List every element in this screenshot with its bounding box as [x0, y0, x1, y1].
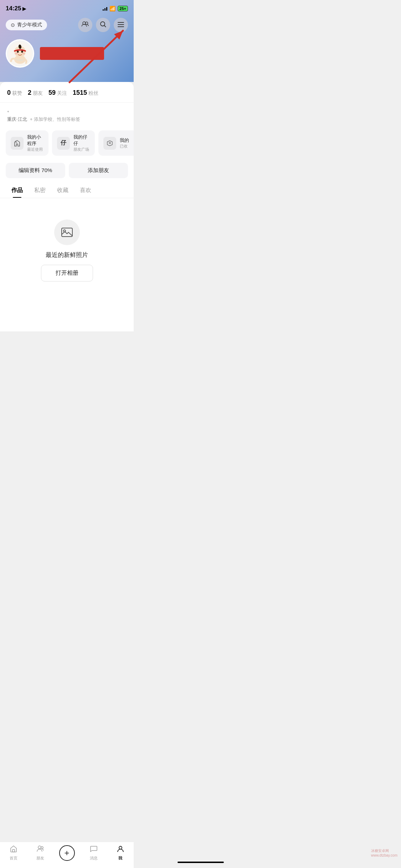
likes-count: 0: [7, 89, 11, 97]
status-right: 📶 25+: [103, 6, 128, 11]
action-buttons: 编辑资料 70% 添加朋友: [0, 159, 134, 182]
tab-favorites-label: 收藏: [57, 187, 68, 193]
profile-section: [0, 39, 134, 68]
mini-app-sub-0: 最近使用: [27, 147, 43, 152]
add-friend-button[interactable]: 添加朋友: [69, 163, 128, 178]
empty-title: 最近的新鲜照片: [46, 251, 88, 259]
mini-app-sub-1: 朋友广场: [73, 147, 90, 152]
top-navigation: ⊙ 青少年模式: [0, 18, 134, 32]
svg-rect-3: [118, 22, 124, 23]
mini-app-card-1[interactable]: 仔 我的仔仔 朋友广场: [52, 130, 95, 156]
mini-apps-row: 我的小程序 最近使用 仔 我的仔仔 朋友广场 我的 已收: [0, 127, 134, 159]
search-button[interactable]: [96, 18, 110, 32]
wifi-icon: 📶: [109, 6, 115, 11]
menu-button[interactable]: [114, 18, 128, 32]
stat-likes: 0 获赞: [7, 89, 22, 97]
friends-count: 2: [28, 89, 31, 97]
youth-mode-button[interactable]: ⊙ 青少年模式: [6, 20, 47, 30]
svg-point-14: [22, 53, 25, 55]
menu-icon: [118, 21, 124, 29]
svg-rect-5: [118, 26, 124, 27]
signal-bars: [103, 6, 107, 11]
mini-app-sub-2: 已收: [120, 144, 129, 149]
following-count: 59: [48, 89, 56, 97]
svg-rect-4: [118, 24, 124, 25]
friends-label: 朋友: [33, 90, 43, 97]
empty-icon-circle: [54, 219, 80, 245]
tab-works[interactable]: 作品: [6, 183, 29, 198]
open-album-button[interactable]: 打开相册: [41, 265, 93, 281]
mini-app-name-1: 我的仔仔: [73, 134, 90, 147]
friends-icon: [82, 21, 89, 29]
search-icon: [100, 21, 106, 29]
bio-text: 。: [7, 107, 127, 113]
mini-app-name-2: 我的: [120, 137, 129, 144]
fans-count: 1515: [73, 89, 87, 97]
avatar: [7, 40, 33, 67]
svg-rect-18: [62, 228, 72, 237]
avatar-container[interactable]: [6, 39, 34, 68]
photo-icon: [61, 226, 73, 239]
fans-label: 粉丝: [88, 90, 98, 97]
tab-favorites[interactable]: 收藏: [51, 183, 74, 198]
time-display: 14:25: [6, 5, 21, 12]
tab-likes-label: 喜欢: [80, 187, 91, 193]
svg-point-11: [21, 51, 23, 53]
svg-point-17: [109, 142, 110, 144]
stat-friends: 2 朋友: [28, 89, 43, 97]
location-tags: 重庆·江北 + 添加学校、性别等标签: [7, 116, 127, 123]
likes-label: 获赞: [12, 90, 22, 97]
edit-profile-button[interactable]: 编辑资料 70%: [6, 163, 65, 178]
username-area: [40, 47, 128, 60]
signal-bar-2: [104, 8, 106, 11]
mini-app-icon-2: [103, 137, 116, 150]
mini-app-card-2[interactable]: 我的 已收: [98, 130, 134, 156]
svg-point-2: [101, 22, 105, 26]
tab-likes[interactable]: 喜欢: [74, 183, 97, 198]
nav-right-icons: [78, 18, 128, 32]
following-label: 关注: [57, 90, 67, 97]
empty-state: 最近的新鲜照片 打开相册: [0, 198, 134, 303]
content-area: 0 获赞 2 朋友 59 关注 1515 粉丝 。 重庆·江北 + 添加学校、性…: [0, 82, 134, 331]
mini-app-name-0: 我的小程序: [27, 134, 43, 147]
mini-app-info-0: 我的小程序 最近使用: [27, 134, 43, 152]
signal-bar-1: [103, 9, 104, 11]
tab-private-label: 私密: [34, 187, 46, 193]
content-tabs: 作品 私密 收藏 喜欢: [0, 182, 134, 198]
username-redacted: [40, 47, 104, 60]
youth-mode-icon: ⊙: [11, 22, 15, 28]
youth-mode-label: 青少年模式: [17, 22, 42, 28]
location-icon: ▶: [22, 6, 26, 11]
mini-app-info-1: 我的仔仔 朋友广场: [73, 134, 90, 152]
stat-fans: 1515 粉丝: [73, 89, 98, 97]
tab-works-label: 作品: [11, 187, 23, 193]
svg-point-12: [10, 60, 12, 62]
tab-private[interactable]: 私密: [29, 183, 51, 198]
stats-row: 0 获赞 2 朋友 59 关注 1515 粉丝: [0, 88, 134, 103]
status-time: 14:25 ▶: [6, 5, 26, 12]
status-bar: 14:25 ▶ 📶 25+: [0, 0, 134, 15]
mini-app-card-0[interactable]: 我的小程序 最近使用: [6, 130, 48, 156]
bio-area: 。 重庆·江北 + 添加学校、性别等标签: [0, 103, 134, 127]
signal-bar-3: [106, 7, 107, 11]
location-text: 重庆·江北: [7, 116, 27, 123]
svg-point-13: [15, 53, 18, 55]
friends-icon-button[interactable]: [78, 18, 92, 32]
stat-following: 59 关注: [48, 89, 67, 97]
mini-app-icon-0: [11, 137, 24, 150]
add-tag-button[interactable]: + 添加学校、性别等标签: [30, 116, 80, 123]
svg-point-10: [17, 51, 19, 53]
mini-app-info-2: 我的 已收: [120, 137, 129, 149]
battery-badge: 25+: [118, 6, 128, 11]
mini-app-icon-1: 仔: [57, 137, 70, 150]
